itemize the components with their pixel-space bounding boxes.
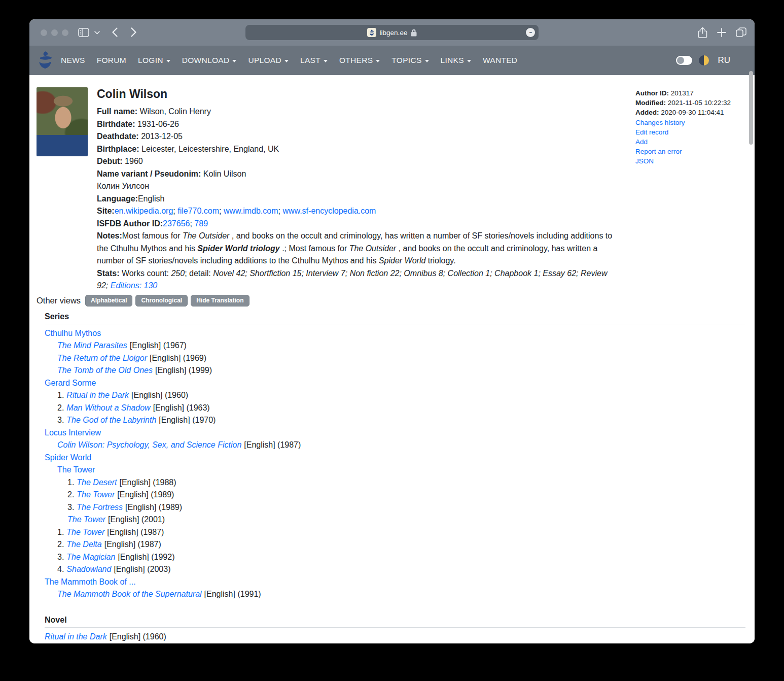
- inline-link[interactable]: file770.com: [177, 207, 219, 215]
- view-button-alphabetical[interactable]: Alphabetical: [85, 295, 132, 307]
- work-title-link[interactable]: The Mind Parasites: [57, 341, 127, 350]
- work-title-link[interactable]: The Delta: [66, 540, 101, 549]
- series-link[interactable]: Gerard Sorme: [45, 379, 96, 387]
- text-segment: Site:: [97, 207, 115, 215]
- work-title-link[interactable]: The Return of the Lloigor: [57, 354, 147, 362]
- meta-link-report-an-error[interactable]: Report an error: [635, 147, 731, 156]
- view-button-hide-translation[interactable]: Hide Translation: [191, 295, 249, 307]
- chevron-down-icon: [324, 60, 328, 62]
- nav-item-last[interactable]: LAST: [300, 56, 328, 65]
- author-field-line: Name variant / Pseudonim: Kolin Uilson: [97, 168, 614, 181]
- nav-item-topics[interactable]: TOPICS: [391, 56, 429, 65]
- site-favicon: [367, 28, 376, 37]
- text-segment: ;: [173, 207, 177, 215]
- work-row: The Mammoth Book of the Supernatural[Eng…: [45, 588, 745, 601]
- author-photo: [37, 87, 88, 156]
- meta-link-changes-history[interactable]: Changes history: [635, 118, 731, 127]
- work-title-link[interactable]: The Fortress: [77, 503, 123, 512]
- nav-item-login[interactable]: LOGIN: [138, 56, 170, 65]
- work-title-link[interactable]: The God of the Labyrinth: [66, 416, 156, 424]
- back-button[interactable]: [112, 27, 118, 37]
- nav-item-download[interactable]: DOWNLOAD: [182, 56, 237, 65]
- work-language-year: [English] (1987): [104, 540, 161, 549]
- nav-item-forum[interactable]: FORUM: [97, 56, 126, 65]
- author-field-line: Full name: Wilson, Colin Henry: [97, 106, 614, 118]
- work-language-year: [English] (1989): [125, 503, 182, 512]
- list-number: 3.: [67, 503, 74, 512]
- work-language-year: [English] (1989): [117, 490, 174, 499]
- lock-icon: [411, 29, 417, 37]
- series-link[interactable]: The Mammoth Book of ...: [45, 577, 136, 586]
- text-segment: Works count:: [119, 269, 171, 278]
- desktop-background: libgen.ee •••: [0, 0, 784, 681]
- url-host: libgen.ee: [380, 29, 408, 37]
- work-title-link[interactable]: Man Without a Shadow: [66, 403, 150, 412]
- moon-phase-icon[interactable]: [699, 55, 709, 65]
- work-language-year: [English] (1963): [153, 403, 210, 412]
- author-info: Colin Wilson Full name: Wilson, Colin He…: [97, 87, 614, 292]
- list-number: 1.: [57, 391, 64, 399]
- text-segment: Spider World: [379, 256, 425, 265]
- list-number: 2.: [57, 540, 64, 549]
- scrollbar-thumb[interactable]: [749, 71, 753, 145]
- work-title-link[interactable]: The Mammoth Book of the Supernatural: [57, 590, 202, 598]
- meta-value: 2020-09-30 11:04:41: [659, 109, 724, 116]
- series-link[interactable]: The Tower: [57, 465, 95, 474]
- work-title-link[interactable]: The Desert: [77, 478, 117, 487]
- work-title-link[interactable]: The Tower: [77, 490, 115, 499]
- work-title-link[interactable]: Colin Wilson: Psychology, Sex, and Scien…: [57, 440, 241, 449]
- inline-link[interactable]: 237656: [163, 219, 190, 228]
- nav-item-upload[interactable]: UPLOAD: [248, 56, 289, 65]
- meta-link-add[interactable]: Add: [635, 137, 731, 147]
- work-title-link[interactable]: The Tower: [66, 528, 104, 536]
- text-segment: ;: [190, 219, 194, 228]
- sidebar-chevron-down-icon[interactable]: [94, 31, 100, 35]
- page-options-icon[interactable]: •••: [526, 28, 535, 37]
- share-icon[interactable]: [698, 27, 707, 39]
- zoom-window-button[interactable]: [62, 29, 68, 36]
- minimize-window-button[interactable]: [51, 29, 58, 36]
- meta-link-edit-record[interactable]: Edit record: [635, 127, 731, 137]
- meta-link-json[interactable]: JSON: [635, 156, 731, 166]
- sidebar-icon[interactable]: [78, 28, 89, 37]
- text-segment: Deathdate:: [97, 132, 139, 141]
- series-link[interactable]: Locus Interview: [45, 428, 101, 437]
- text-segment: Колин Уилсон: [97, 182, 149, 190]
- libgen-ship-logo[interactable]: [37, 51, 54, 70]
- work-title-link[interactable]: Shadowland: [66, 565, 111, 573]
- work-title-link[interactable]: The Magician: [66, 553, 115, 561]
- list-number: 2.: [67, 490, 74, 499]
- theme-toggle[interactable]: [676, 56, 692, 65]
- text-segment: Name variant / Pseudonim:: [97, 169, 201, 178]
- nav-item-news[interactable]: NEWS: [61, 56, 85, 65]
- view-button-chronological[interactable]: Chronological: [135, 295, 188, 307]
- inline-link[interactable]: www.sf-encyclopedia.com: [282, 207, 376, 215]
- nav-item-links[interactable]: LINKS: [441, 56, 471, 65]
- tab-overview-icon[interactable]: [736, 27, 746, 38]
- new-tab-icon[interactable]: [717, 28, 726, 37]
- inline-link[interactable]: en.wikipedia.org: [115, 207, 173, 215]
- author-field-line: Deathdate: 2013-12-05: [97, 130, 614, 143]
- nav-item-wanted[interactable]: WANTED: [483, 56, 517, 65]
- work-language-year: [English] (1960): [131, 391, 188, 399]
- forward-button[interactable]: [131, 27, 136, 37]
- series-row: Gerard Sorme: [45, 377, 745, 390]
- work-row: 2.Man Without a Shadow[English] (1963): [45, 402, 745, 415]
- text-segment: English: [138, 194, 164, 203]
- series-link[interactable]: Spider World: [45, 453, 91, 462]
- inline-link[interactable]: www.imdb.com: [224, 207, 278, 215]
- work-title-link[interactable]: Ritual in the Dark: [45, 632, 107, 641]
- inline-link[interactable]: Editions: 130: [111, 281, 158, 290]
- work-title-link[interactable]: The Tomb of the Old Ones: [57, 366, 153, 374]
- series-link[interactable]: Cthulhu Mythos: [45, 329, 101, 337]
- nav-item-others[interactable]: OTHERS: [339, 56, 380, 65]
- address-bar[interactable]: libgen.ee •••: [245, 25, 539, 40]
- work-title-link[interactable]: The Tower: [67, 515, 105, 524]
- close-window-button[interactable]: [41, 29, 47, 36]
- language-switch[interactable]: RU: [718, 55, 730, 65]
- meta-value: 2021-11-05 10:22:32: [666, 99, 731, 107]
- work-title-link[interactable]: Ritual in the Dark: [66, 391, 129, 399]
- text-segment: Kolin Uilson: [201, 169, 246, 178]
- section-rows: Cthulhu MythosThe Mind Parasites[English…: [45, 327, 745, 601]
- inline-link[interactable]: 789: [194, 219, 208, 228]
